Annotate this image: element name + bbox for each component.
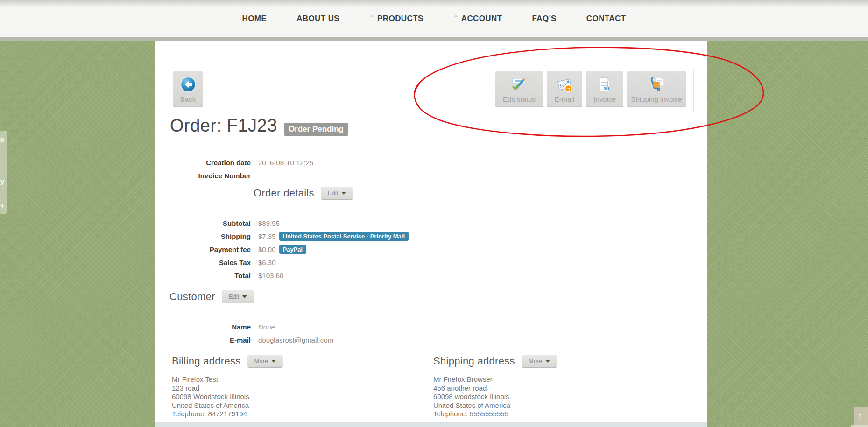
creation-date-value: 2016-08-10 12:25 — [258, 159, 313, 167]
total-label: Total — [155, 272, 251, 280]
dropdown-flag-icon — [369, 14, 374, 17]
customer-section-header: Customer Edit — [169, 290, 254, 303]
payment-fee-label: Payment fee — [155, 245, 251, 253]
shipping-row: Shipping $7.35 United States Postal Serv… — [155, 230, 707, 243]
email-label: E-mail — [155, 336, 251, 344]
order-toolbar: Back Edit status — [169, 70, 694, 112]
edit-status-label: Edit status — [503, 95, 536, 103]
shipping-more-button[interactable]: More — [522, 355, 557, 367]
invoice-number-row: Invoice Number — [155, 169, 707, 182]
total-row: Total $103.60 — [155, 269, 707, 282]
nav-item-products[interactable]: PRODUCTS — [369, 14, 423, 23]
chevron-down-icon — [242, 295, 247, 298]
nav-item-about-us[interactable]: ABOUT US — [296, 14, 339, 23]
top-navbar: HOME ABOUT US PRODUCTS ACCOUNT FAQ'S CON… — [0, 0, 868, 37]
shipping-method-badge: United States Postal Service - Priority … — [279, 232, 409, 241]
scroll-button-strip — [851, 425, 868, 427]
nav-item-products-label: PRODUCTS — [377, 14, 423, 23]
header-divider-strip — [0, 37, 868, 41]
invoice-icon: 50$ — [595, 75, 614, 94]
subtotal-value: $89.95 — [258, 219, 280, 227]
order-status-badge: Order Pending — [284, 123, 348, 136]
svg-text:50$: 50$ — [604, 86, 610, 91]
email-button[interactable]: E-mail — [547, 71, 582, 107]
edit-status-icon — [510, 75, 529, 94]
nav-item-account[interactable]: ACCOUNT — [453, 14, 502, 23]
share-glyph-icon: o — [0, 135, 7, 143]
billing-address-heading: Billing address — [172, 355, 241, 367]
order-detail-page: Back Edit status — [155, 41, 707, 427]
nav-item-contact[interactable]: CONTACT — [586, 14, 626, 23]
order-details-section-header: Order details Edit — [254, 187, 353, 199]
shipping-invoice-icon — [647, 75, 666, 94]
creation-date-row: Creation date 2016-08-10 12:25 — [155, 156, 707, 169]
shipping-line: 456 another road — [433, 384, 510, 393]
subtotal-label: Subtotal — [155, 219, 251, 227]
email-label: E-mail — [555, 95, 575, 103]
name-value: None — [258, 323, 275, 331]
billing-line: Mr Firefox Test — [172, 375, 249, 384]
payment-method-badge: PayPal — [279, 245, 307, 254]
shipping-invoice-label: Shipping invoice — [631, 95, 682, 103]
creation-date-label: Creation date — [155, 159, 251, 167]
more-button-label: More — [529, 357, 543, 364]
billing-address-section-header: Billing address More — [172, 355, 283, 367]
share-glyph-icon: y — [0, 177, 7, 185]
invoice-number-label: Invoice Number — [155, 172, 251, 180]
customer-name-row: Name None — [155, 320, 707, 333]
nav-item-faqs[interactable]: FAQ'S — [532, 14, 557, 23]
invoice-label: Invoice — [593, 95, 616, 103]
social-share-tab[interactable]: o y + — [0, 131, 7, 214]
back-button-label: Back — [180, 95, 196, 103]
back-arrow-icon — [179, 75, 198, 94]
page-title: Order: F1J23 — [170, 116, 277, 136]
edit-button-label: Edit — [229, 293, 239, 300]
share-glyph-icon: + — [0, 202, 7, 210]
customer-edit-button[interactable]: Edit — [222, 290, 254, 303]
order-details-rows: Subtotal $89.95 Shipping $7.35 United St… — [155, 217, 707, 282]
customer-rows: Name None E-mail douglasrost@gmail.com — [155, 320, 707, 346]
order-meta: Creation date 2016-08-10 12:25 Invoice N… — [155, 156, 707, 182]
shipping-value: $7.35 — [258, 232, 276, 240]
chevron-down-icon — [545, 360, 550, 363]
billing-line: 60098 Woodstock Illinois — [172, 392, 249, 401]
order-details-edit-button[interactable]: Edit — [321, 187, 353, 199]
shipping-line: Mr Firefox Browser — [433, 375, 510, 384]
shipping-line: Telephone: 5555555555 — [433, 410, 510, 419]
total-value: $103.60 — [258, 272, 283, 280]
shipping-label: Shipping — [155, 232, 251, 240]
invoice-button[interactable]: 50$ Invoice — [586, 71, 623, 107]
chevron-down-icon — [271, 360, 276, 363]
dropdown-flag-icon — [453, 14, 458, 17]
payment-fee-row: Payment fee $0.00 PayPal — [155, 243, 707, 256]
shipping-address-heading: Shipping address — [433, 355, 515, 367]
order-details-heading: Order details — [254, 187, 314, 199]
customer-heading: Customer — [169, 291, 215, 303]
order-title-row: Order: F1J23 Order Pending — [170, 116, 348, 136]
shipping-invoice-button[interactable]: Shipping invoice — [627, 71, 686, 107]
email-icon — [555, 75, 574, 94]
shipping-line: 60098 woodstock Illinois — [433, 392, 510, 401]
name-label: Name — [155, 323, 251, 331]
more-button-label: More — [254, 357, 268, 364]
billing-more-button[interactable]: More — [247, 355, 283, 367]
up-arrow-icon: ↑ — [857, 410, 862, 422]
back-button[interactable]: Back — [173, 71, 203, 107]
bottom-section-edge — [155, 422, 707, 427]
nav-item-home[interactable]: HOME — [242, 14, 267, 23]
order-actions: Edit status E-mail — [495, 71, 686, 107]
billing-line: United States of America — [172, 401, 249, 410]
edit-button-label: Edit — [328, 189, 338, 196]
sales-tax-row: Sales Tax $6.30 — [155, 256, 707, 269]
sales-tax-value: $6.30 — [258, 259, 276, 266]
sales-tax-label: Sales Tax — [155, 259, 251, 266]
billing-address-block: Mr Firefox Test 123 road 60098 Woodstock… — [172, 375, 249, 419]
shipping-address-section-header: Shipping address More — [433, 355, 557, 367]
edit-status-button[interactable]: Edit status — [495, 71, 543, 107]
payment-fee-value: $0.00 — [258, 245, 276, 253]
shipping-line: United States of America — [433, 401, 510, 410]
email-value: douglasrost@gmail.com — [258, 336, 333, 344]
subtotal-row: Subtotal $89.95 — [155, 217, 707, 230]
scroll-to-top-button[interactable]: ↑ — [854, 407, 868, 425]
shipping-address-block: Mr Firefox Browser 456 another road 6009… — [433, 375, 510, 419]
